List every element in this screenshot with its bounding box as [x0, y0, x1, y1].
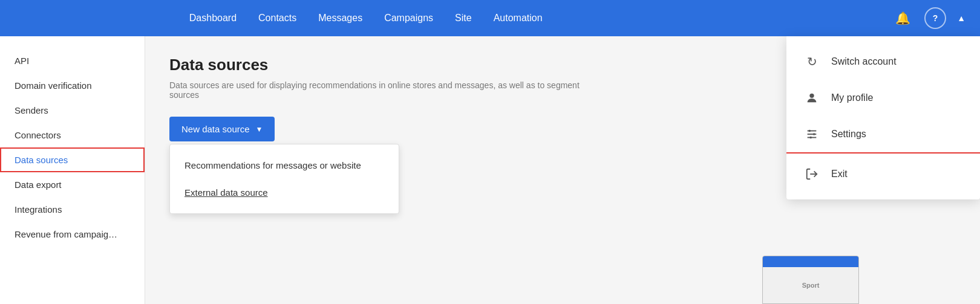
sidebar-item-senders[interactable]: Senders [0, 98, 145, 123]
nav-automation[interactable]: Automation [494, 13, 543, 24]
sidebar-item-connectors[interactable]: Connectors [0, 123, 145, 147]
my-profile-label: My profile [831, 92, 873, 103]
external-data-source-option[interactable]: External data source [170, 179, 399, 206]
nav-campaigns[interactable]: Campaigns [384, 13, 433, 24]
svg-point-4 [809, 130, 811, 132]
recommendations-option[interactable]: Recommendations for messages or website [170, 152, 399, 179]
sidebar-item-integrations[interactable]: Integrations [0, 197, 145, 222]
thumb-header [763, 256, 858, 267]
thumbnail-preview: Sport [762, 256, 859, 304]
profile-dropdown: ↻ Switch account My profile Settings [786, 36, 980, 199]
exit-icon [803, 166, 820, 183]
nav-messages[interactable]: Messages [318, 13, 362, 24]
switch-account-item[interactable]: ↻ Switch account [786, 44, 980, 80]
settings-item[interactable]: Settings [786, 116, 980, 154]
thumb-body: Sport [763, 267, 858, 303]
switch-account-icon: ↻ [803, 53, 820, 70]
account-chevron-icon[interactable]: ▲ [957, 13, 965, 23]
sidebar-item-api[interactable]: API [0, 48, 145, 73]
switch-account-label: Switch account [831, 56, 897, 67]
new-data-source-wrapper: New data source ▼ Recommendations for me… [169, 117, 275, 141]
exit-label: Exit [831, 169, 848, 179]
top-navigation: Dashboard Contacts Messages Campaigns Si… [0, 0, 980, 36]
settings-label: Settings [831, 129, 866, 140]
nav-site[interactable]: Site [455, 13, 472, 24]
sidebar-item-revenue[interactable]: Revenue from campaig… [0, 222, 145, 247]
dropdown-chevron-icon: ▼ [256, 125, 263, 134]
sidebar: API Domain verification Senders Connecto… [0, 36, 145, 304]
page-description: Data sources are used for displaying rec… [169, 80, 593, 100]
svg-point-0 [809, 94, 814, 98]
notification-bell-icon[interactable]: 🔔 [892, 7, 913, 29]
sidebar-item-data-sources[interactable]: Data sources [0, 147, 145, 172]
help-icon[interactable]: ? [924, 7, 946, 29]
new-data-source-button[interactable]: New data source ▼ [169, 117, 275, 141]
exit-item[interactable]: Exit [786, 156, 980, 192]
sidebar-item-domain-verification[interactable]: Domain verification [0, 73, 145, 98]
svg-point-6 [809, 137, 812, 139]
new-data-source-label: New data source [181, 124, 250, 134]
profile-icon [803, 89, 820, 106]
nav-links: Dashboard Contacts Messages Campaigns Si… [189, 13, 543, 24]
settings-icon [803, 126, 820, 143]
sidebar-item-data-export[interactable]: Data export [0, 172, 145, 197]
my-profile-item[interactable]: My profile [786, 80, 980, 116]
svg-point-5 [813, 133, 815, 135]
nav-contacts[interactable]: Contacts [258, 13, 296, 24]
nav-icons: 🔔 ? ▲ [892, 7, 965, 29]
nav-dashboard[interactable]: Dashboard [189, 13, 237, 24]
new-data-source-dropdown: Recommendations for messages or website … [169, 144, 399, 214]
